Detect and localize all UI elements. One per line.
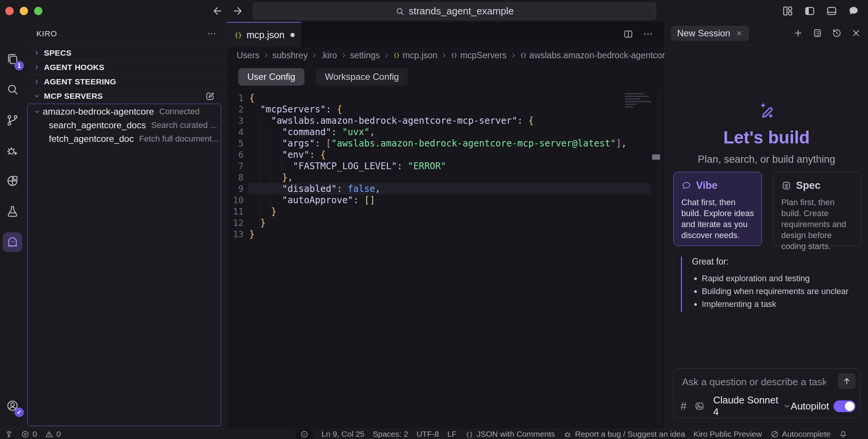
status-autocomplete-status[interactable]: Autocomplete bbox=[770, 429, 831, 439]
status-kiro-preview[interactable]: Kiro Public Preview bbox=[693, 429, 762, 439]
editor-actions bbox=[623, 29, 653, 39]
status-text: LF bbox=[447, 430, 457, 439]
code-line-1[interactable]: 1{ bbox=[227, 92, 665, 104]
config-tab-user-config[interactable]: User Config bbox=[238, 68, 304, 86]
split-editor-button[interactable] bbox=[623, 29, 634, 39]
activitybar-item-search[interactable] bbox=[3, 79, 22, 99]
mode-card-vibe[interactable]: VibeChat first, then build. Explore idea… bbox=[673, 172, 762, 246]
status-report-bug[interactable]: Report a bug / Suggest an idea bbox=[563, 429, 685, 439]
status-notifications[interactable] bbox=[839, 429, 848, 439]
code-line-4[interactable]: 4 "command": "uvx", bbox=[227, 126, 665, 138]
session-tab[interactable]: New Session bbox=[671, 26, 749, 41]
status-error-count[interactable]: 0 bbox=[21, 429, 37, 439]
breadcrumb-item-mcp-json[interactable]: {}mcp.json bbox=[393, 50, 437, 61]
mode-card-spec[interactable]: SpecPlan first, then build. Create requi… bbox=[773, 172, 861, 246]
new-session-button[interactable] bbox=[793, 28, 803, 38]
status-remote-status[interactable] bbox=[5, 429, 13, 439]
line-number: 9 bbox=[227, 183, 244, 195]
context-hash-button[interactable]: # bbox=[681, 400, 687, 413]
braces-icon: {} bbox=[465, 430, 474, 439]
nav-forward-button[interactable] bbox=[232, 5, 244, 17]
minimap[interactable] bbox=[625, 93, 654, 109]
code-line-9[interactable]: 9 "disabled": false, bbox=[227, 183, 665, 195]
code-line-8[interactable]: 8 }, bbox=[227, 172, 665, 183]
attach-image-button[interactable] bbox=[694, 401, 705, 411]
activitybar-item-source-control[interactable] bbox=[3, 111, 22, 130]
svg-text:{}: {} bbox=[466, 431, 473, 437]
chat-input[interactable] bbox=[681, 375, 827, 389]
line-number: 8 bbox=[227, 172, 244, 183]
sidebar: KIRO SPECSAGENT HOOKSAGENT STEERING MCP … bbox=[25, 22, 227, 429]
code-line-3[interactable]: 3 "awslabs.amazon-bedrock-agentcore-mcp-… bbox=[227, 115, 665, 126]
status-encoding[interactable]: UTF-8 bbox=[417, 429, 439, 439]
tree-item-search-agentcore-docs[interactable]: search_agentcore_docsSearch curated ... bbox=[28, 118, 221, 132]
toggle-sidebar-button[interactable] bbox=[804, 5, 816, 17]
sidebar-section-specs[interactable]: SPECS bbox=[25, 45, 226, 60]
activitybar-item-explorer[interactable]: 1 bbox=[3, 49, 22, 69]
breadcrumb-item-users[interactable]: Users bbox=[237, 50, 259, 61]
code-editor[interactable]: 1{2 "mcpServers": {3 "awslabs.amazon-bed… bbox=[227, 89, 665, 429]
sidebar-menu-button[interactable] bbox=[207, 29, 217, 39]
status-eol[interactable]: LF bbox=[447, 429, 457, 439]
close-panel-button[interactable] bbox=[851, 28, 861, 38]
tree-item-fetch-agentcore-doc[interactable]: fetch_agentcore_docFetch full document..… bbox=[28, 132, 221, 146]
activitybar-item-extensions[interactable] bbox=[3, 171, 22, 191]
status-cursor-position[interactable]: Ln 9, Col 25 bbox=[322, 429, 364, 439]
chevron-down-icon bbox=[34, 108, 41, 115]
chevron-down-icon bbox=[783, 402, 791, 410]
toggle-panel-button[interactable] bbox=[826, 5, 838, 17]
activitybar-item-kiro-agent[interactable] bbox=[3, 232, 22, 252]
activitybar-item-testing[interactable] bbox=[3, 201, 22, 221]
editor-scrollbar-thumb[interactable] bbox=[652, 154, 660, 160]
code-line-12[interactable]: 12 } bbox=[227, 217, 665, 229]
activitybar-item-run-and-debug[interactable] bbox=[3, 141, 22, 160]
code-line-13[interactable]: 13} bbox=[227, 229, 665, 240]
status-indentation[interactable]: Spaces: 2 bbox=[373, 429, 408, 439]
toggle-chat-button[interactable] bbox=[848, 5, 860, 17]
send-button[interactable] bbox=[838, 373, 856, 389]
session-tasks-button[interactable] bbox=[812, 28, 823, 38]
editor-scrollbar[interactable] bbox=[659, 89, 660, 429]
window-close-button[interactable] bbox=[5, 7, 14, 15]
activitybar-item-accounts[interactable]: ✓ bbox=[3, 396, 22, 416]
status-warning-count[interactable]: 0 bbox=[45, 429, 61, 439]
modified-dot-icon[interactable] bbox=[290, 33, 295, 37]
session-history-button[interactable] bbox=[832, 28, 842, 38]
search-icon bbox=[395, 6, 405, 16]
edit-mcp-config-button[interactable] bbox=[205, 91, 215, 101]
code-line-10[interactable]: 10 "autoApprove": [] bbox=[227, 195, 665, 206]
sidebar-section-agent-steering[interactable]: AGENT STEERING bbox=[25, 74, 226, 89]
breadcrumb-item-kiro[interactable]: .kiro bbox=[320, 50, 337, 61]
code-line-7[interactable]: 7 "FASTMCP_LOG_LEVEL": "ERROR" bbox=[227, 160, 665, 172]
nav-back-button[interactable] bbox=[211, 5, 223, 17]
status-language-mode[interactable]: {}JSON with Comments bbox=[465, 429, 555, 439]
breadcrumb-item-subshrey[interactable]: subshrey bbox=[272, 50, 308, 61]
customize-layout-button[interactable] bbox=[782, 5, 794, 17]
tool-name: search_agentcore_docs bbox=[49, 120, 146, 131]
breadcrumb-item-mcpservers[interactable]: {}mcpServers bbox=[450, 50, 507, 61]
autopilot-toggle[interactable] bbox=[834, 400, 856, 412]
line-content: "awslabs.amazon-bedrock-agentcore-mcp-se… bbox=[249, 115, 534, 126]
tree-item-amazon-bedrock-agentcore[interactable]: amazon-bedrock-agentcoreConnected bbox=[28, 105, 221, 118]
window-minimize-button[interactable] bbox=[20, 7, 28, 15]
command-center-search[interactable]: strands_agent_example bbox=[253, 2, 656, 20]
code-line-2[interactable]: 2 "mcpServers": { bbox=[227, 104, 665, 115]
status-feedback-status[interactable] bbox=[295, 429, 313, 439]
kiro-agent-panel: New Session Let's build Plan, search, or… bbox=[665, 22, 868, 429]
tab-mcp-json[interactable]: {} mcp.json bbox=[227, 22, 301, 47]
code-line-6[interactable]: 6 "env": { bbox=[227, 149, 665, 160]
sidebar-section-mcp-servers[interactable]: MCP SERVERS bbox=[25, 89, 226, 103]
window-zoom-button[interactable] bbox=[34, 7, 42, 15]
code-line-11[interactable]: 11 } bbox=[227, 206, 665, 217]
close-session-icon[interactable] bbox=[735, 30, 743, 37]
breadcrumb-item-settings[interactable]: settings bbox=[350, 50, 380, 61]
sidebar-section-agent-hooks[interactable]: AGENT HOOKS bbox=[25, 60, 226, 75]
nav-history-buttons bbox=[211, 5, 244, 17]
run-debug-icon bbox=[6, 144, 19, 157]
breadcrumb-item-awslabs-amazon-bedrock-agentcore[interactable]: {}awslabs.amazon-bedrock-agentcore- bbox=[520, 50, 673, 61]
status-text: Spaces: 2 bbox=[373, 430, 408, 439]
config-tab-workspace-config[interactable]: Workspace Config bbox=[316, 68, 408, 86]
editor-menu-button[interactable] bbox=[643, 29, 653, 39]
code-line-5[interactable]: 5 "args": ["awslabs.amazon-bedrock-agent… bbox=[227, 138, 665, 149]
model-selector[interactable]: Claude Sonnet 4 bbox=[713, 394, 791, 418]
